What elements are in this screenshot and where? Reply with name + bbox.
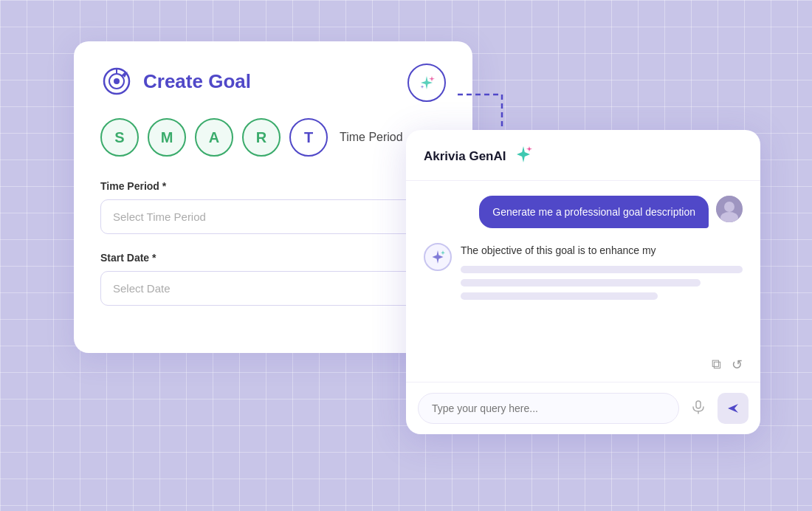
time-period-input[interactable]: Select Time Period [100,199,446,234]
skeleton-3 [461,292,658,300]
sparkle-icon [514,145,533,168]
time-period-field: Time Period * Select Time Period [100,180,446,234]
svg-point-7 [724,202,734,212]
svg-rect-9 [696,401,701,408]
skeleton-1 [461,266,743,273]
time-period-label: Time Period * [100,180,446,192]
step-s[interactable]: S [100,118,139,157]
start-date-label: Start Date * [100,252,446,264]
ai-response: The objective of this goal is to enhance… [424,243,743,306]
card-title: Create Goal [143,70,251,93]
start-date-input[interactable]: Select Date [100,271,446,306]
step-t[interactable]: T [289,118,328,157]
chat-header: Akrivia GenAI [406,130,760,181]
refresh-icon[interactable]: ↺ [732,357,743,373]
step-r[interactable]: R [242,118,281,157]
svg-point-2 [114,78,120,84]
chat-card: Akrivia GenAI Generate me a professional… [406,130,760,434]
ai-text-block: The objective of this goal is to enhance… [461,243,743,306]
chat-input-row [406,382,760,434]
start-date-field: Start Date * Select Date [100,252,446,306]
skeleton-2 [461,279,701,287]
action-row: ⧉ ↺ [406,351,760,382]
chat-title: Akrivia GenAI [424,149,506,164]
card-header: Create Goal [100,65,446,97]
step-m[interactable]: M [148,118,186,157]
mic-icon[interactable] [687,399,710,418]
step-a[interactable]: A [195,118,233,157]
goal-icon [100,65,133,97]
send-button[interactable] [718,393,749,424]
user-message: Generate me a professional goal descript… [424,196,743,228]
scene: Create Goal S M A R T Time Period Time P… [74,41,738,470]
step-label: Time Period [340,131,403,144]
ai-avatar-icon [424,243,452,271]
ai-sparkle-button[interactable] [407,64,446,102]
user-bubble: Generate me a professional goal descript… [479,196,709,228]
user-avatar [716,196,743,222]
ai-response-text: The objective of this goal is to enhance… [461,243,743,258]
steps-row: S M A R T Time Period [100,118,446,157]
copy-icon[interactable]: ⧉ [712,357,721,373]
chat-body: Generate me a professional goal descript… [406,181,760,351]
chat-input[interactable] [418,393,679,424]
